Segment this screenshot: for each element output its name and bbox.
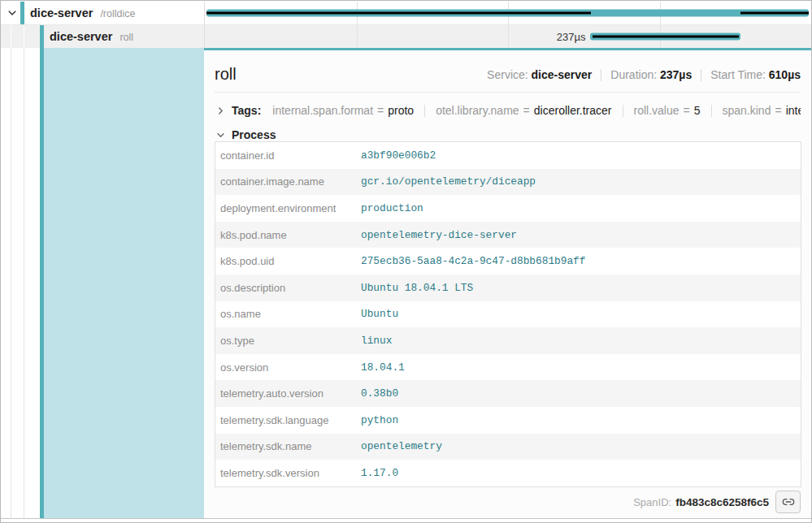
- collapse-chevron-down-icon[interactable]: [7, 7, 18, 19]
- span-header-stats: Service: dice-serverDuration: 237µsStart…: [487, 68, 801, 81]
- trace-timeline-view: dice-server/rolldice dice-serverroll 237…: [0, 0, 812, 523]
- span-row-roll[interactable]: dice-serverroll 237µs: [1, 25, 811, 48]
- process-key: container.image.name: [220, 175, 361, 188]
- stat-divider: [601, 69, 601, 81]
- stat-divider: [701, 69, 701, 81]
- span-timeline-roll[interactable]: 237µs: [205, 25, 811, 48]
- tag-value: internal: [786, 104, 801, 117]
- tags-section[interactable]: Tags: internal.span.format=protootel.lib…: [215, 100, 801, 121]
- process-key: os.description: [220, 282, 361, 294]
- process-kv-table: container.ida3bf90e006b2container.image.…: [215, 141, 801, 487]
- tag-value: proto: [388, 104, 414, 117]
- process-value: linux: [361, 335, 392, 347]
- tag-item: internal.span.format=proto: [272, 104, 414, 117]
- service-color-bar: [20, 2, 24, 24]
- process-table-row[interactable]: container.image.namegcr.io/opentelemetry…: [215, 169, 801, 196]
- chevron-right-icon[interactable]: [215, 105, 226, 116]
- process-key: os.name: [220, 308, 361, 320]
- tag-divider: [711, 105, 712, 117]
- span-detail-panel: roll Service: dice-serverDuration: 237µs…: [204, 48, 811, 518]
- process-key: k8s.pod.uid: [220, 255, 361, 267]
- tag-item: roll.value=5: [634, 104, 701, 117]
- process-table-row[interactable]: os.version18.04.1: [215, 354, 801, 381]
- tree-indent-guide: [24, 25, 24, 48]
- tree-indent-guide: [24, 48, 24, 518]
- tag-divider: [424, 105, 425, 117]
- timeline-grid-tick: [508, 25, 509, 48]
- span-timeline-rolldice[interactable]: [205, 2, 811, 24]
- tag-key: otel.library.name: [436, 104, 519, 117]
- process-key: k8s.pod.name: [220, 229, 361, 241]
- tag-divider: [623, 105, 623, 117]
- process-table-row[interactable]: k8s.pod.uid275ecb36-5aa8-4c2a-9c47-d8bb6…: [215, 248, 801, 274]
- header-stat: Service: dice-server: [487, 68, 592, 81]
- tag-value: diceroller.tracer: [534, 104, 612, 117]
- process-value: a3bf90e006b2: [361, 149, 436, 162]
- process-table-row[interactable]: os.descriptionUbuntu 18.04.1 LTS: [215, 274, 801, 301]
- process-key: telemetry.sdk.version: [220, 467, 361, 479]
- process-key: container.id: [220, 149, 361, 162]
- tag-item: otel.library.name=diceroller.tracer: [436, 104, 611, 117]
- process-value: 275ecb36-5aa8-4c2a-9c47-d8bb681b9aff: [361, 255, 585, 267]
- tree-indent-guide: [11, 25, 11, 48]
- span-title: roll: [215, 65, 237, 84]
- process-value: opentelemetry: [361, 440, 442, 452]
- tag-equals: =: [684, 104, 690, 117]
- process-table-row[interactable]: telemetry.sdk.version1.17.0: [215, 460, 801, 486]
- critical-path-segment: [206, 12, 591, 15]
- critical-path-segment: [740, 12, 809, 15]
- tag-equals: =: [775, 104, 781, 117]
- process-value: Ubuntu: [361, 308, 398, 320]
- tag-key: roll.value: [634, 104, 680, 117]
- process-table-row[interactable]: os.nameUbuntu: [215, 301, 801, 328]
- process-table-row[interactable]: k8s.pod.nameopentelemetry-dice-server: [215, 222, 801, 249]
- service-name: dice-server: [50, 30, 112, 43]
- tag-equals: =: [377, 104, 384, 117]
- process-table-row[interactable]: telemetry.sdk.languagepython: [215, 407, 801, 434]
- span-detail-row: roll Service: dice-serverDuration: 237µs…: [1, 48, 811, 519]
- chevron-down-icon[interactable]: [215, 129, 226, 140]
- span-detail-left-gutter: [1, 48, 204, 518]
- service-name: dice-server: [30, 6, 93, 19]
- process-key: deployment.environment: [220, 202, 361, 214]
- tag-value: 5: [694, 104, 701, 117]
- service-color-bar: [40, 25, 44, 48]
- tag-item: span.kind=internal: [723, 104, 801, 117]
- process-key: os.type: [220, 335, 361, 347]
- page-bottom-strip: [1, 519, 811, 522]
- process-table-row[interactable]: telemetry.sdk.nameopentelemetry: [215, 434, 801, 460]
- process-key: telemetry.sdk.language: [220, 414, 361, 426]
- tag-key: internal.span.format: [272, 104, 373, 117]
- process-value: 1.17.0: [361, 467, 398, 479]
- process-table-row[interactable]: container.ida3bf90e006b2: [215, 142, 801, 169]
- process-value: 0.38b0: [361, 387, 398, 400]
- process-table-row[interactable]: telemetry.auto.version0.38b0: [215, 380, 801, 407]
- process-table-row[interactable]: os.typelinux: [215, 327, 801, 354]
- span-name-cell-roll[interactable]: dice-serverroll: [1, 25, 205, 48]
- process-key: telemetry.sdk.name: [220, 440, 361, 452]
- tag-equals: =: [523, 104, 530, 117]
- operation-name: /rolldice: [100, 8, 135, 19]
- stat-label: Service:: [487, 68, 531, 81]
- span-row-rolldice[interactable]: dice-server/rolldice: [1, 2, 811, 25]
- span-name-label: dice-serverroll: [50, 29, 133, 44]
- header-divider: [215, 92, 801, 93]
- span-name-label: dice-server/rolldice: [30, 6, 135, 20]
- stat-value: 610µs: [769, 68, 801, 81]
- selected-span-highlight: [44, 48, 204, 518]
- process-table-row[interactable]: deployment.environmentproduction: [215, 195, 801, 222]
- timeline-grid-tick: [357, 25, 358, 48]
- process-value: opentelemetry-dice-server: [361, 229, 517, 241]
- process-value: 18.04.1: [361, 361, 405, 374]
- process-key: telemetry.auto.version: [220, 387, 361, 400]
- process-section-toggle[interactable]: Process: [215, 127, 276, 143]
- span-duration-label: 237µs: [557, 31, 586, 43]
- header-stat: Start Time: 610µs: [710, 68, 801, 81]
- span-name-cell-rolldice[interactable]: dice-server/rolldice: [1, 2, 205, 24]
- process-value: gcr.io/opentelemetry/diceapp: [361, 175, 536, 188]
- copy-span-link-button[interactable]: [775, 491, 801, 513]
- process-section-label: Process: [232, 128, 276, 141]
- stat-value: dice-server: [532, 68, 593, 81]
- spanid-label: SpanID:: [633, 496, 671, 508]
- stat-value: 237µs: [660, 68, 692, 81]
